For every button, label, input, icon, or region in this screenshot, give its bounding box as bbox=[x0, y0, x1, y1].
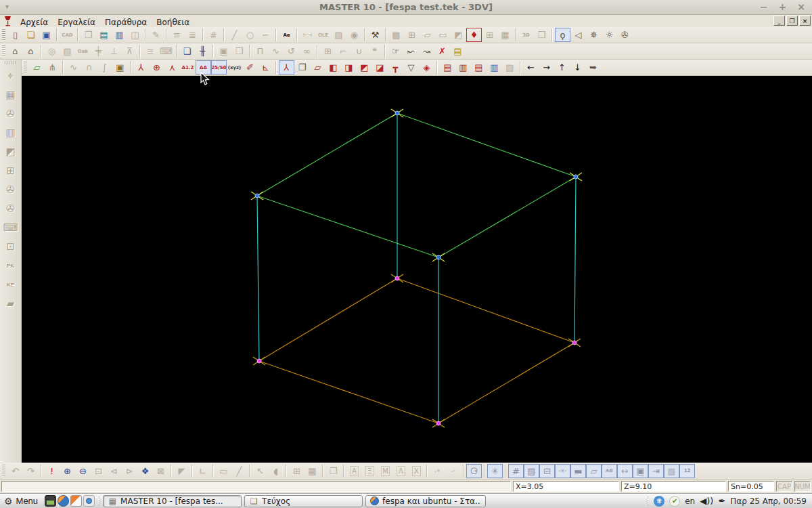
toggle-pin[interactable]: ⇥ bbox=[648, 464, 664, 478]
save-results[interactable]: ▣ bbox=[112, 60, 128, 75]
stairs-tool[interactable]: ◩ bbox=[2, 142, 20, 161]
pencil-coords[interactable]: ✐ bbox=[242, 60, 258, 75]
snap-points[interactable]: ✳ bbox=[487, 464, 503, 478]
undo[interactable]: ↶ bbox=[7, 464, 23, 478]
ramp-slab[interactable]: ◩ bbox=[451, 28, 466, 42]
update-manager-tray-icon[interactable]: ❋ bbox=[654, 496, 664, 507]
box-top-2[interactable]: ◨ bbox=[341, 60, 357, 75]
toggle-hatch-2[interactable]: ▩ bbox=[664, 464, 679, 478]
calculator[interactable]: ⌨ bbox=[158, 44, 174, 58]
list-order[interactable]: ≡ bbox=[143, 44, 158, 58]
zoom-out[interactable]: ⊖ bbox=[75, 464, 91, 478]
antenna-level[interactable]: ⋔ bbox=[45, 60, 60, 75]
print-rotate[interactable]: ❑ bbox=[179, 44, 195, 58]
box-top-1[interactable]: ◧ bbox=[325, 60, 341, 75]
project-manage[interactable]: ⌂ bbox=[23, 44, 39, 58]
menu-item-Βοήθεια[interactable]: Βοήθεια bbox=[152, 17, 194, 28]
move-right[interactable]: → bbox=[539, 60, 554, 75]
menu-item-Εργαλεία[interactable]: Εργαλεία bbox=[53, 17, 100, 28]
plane-red[interactable]: ▱ bbox=[310, 60, 325, 75]
render-view[interactable]: ❒ bbox=[231, 44, 247, 58]
menu-item-Παράθυρα[interactable]: Παράθυρα bbox=[100, 17, 152, 28]
chart-curve-1[interactable]: ∿ bbox=[66, 60, 81, 75]
editor-launcher-icon[interactable] bbox=[70, 495, 82, 507]
rebar-oak[interactable]: Oak bbox=[75, 44, 91, 58]
delta-delta[interactable]: ΔΔ bbox=[196, 60, 211, 75]
light-cone[interactable]: ◁ bbox=[570, 28, 586, 42]
frame-member-4[interactable]: ▥ bbox=[487, 60, 502, 75]
list-small[interactable]: ≡ bbox=[169, 28, 185, 42]
zoom-in[interactable]: ⊕ bbox=[60, 464, 75, 478]
open-file[interactable]: ❏ bbox=[23, 28, 39, 42]
plug-icon[interactable]: ✒ bbox=[718, 496, 725, 506]
move-down[interactable]: ↓ bbox=[570, 60, 585, 75]
taskbar-task[interactable]: ❏Τεύχος bbox=[244, 495, 363, 507]
zoom-previous[interactable]: ⊲ bbox=[106, 464, 122, 478]
print[interactable]: ▤ bbox=[96, 28, 112, 42]
document-preview[interactable]: ◎ bbox=[44, 44, 60, 58]
cube-solid[interactable]: ◈ bbox=[419, 60, 434, 75]
letter-M[interactable]: M bbox=[378, 464, 393, 478]
curve-tool[interactable]: ∿ bbox=[268, 44, 284, 58]
mouse-settings[interactable]: ⚆ bbox=[466, 464, 482, 478]
draw-line[interactable]: ╱ bbox=[227, 28, 242, 42]
column-insert[interactable]: ♦ bbox=[466, 28, 482, 42]
frame-model-tool[interactable]: ▦ bbox=[2, 85, 20, 104]
terminal-launcher-icon[interactable] bbox=[45, 495, 56, 507]
node-branch[interactable]: ⋏ bbox=[164, 60, 180, 75]
frame-member-2[interactable]: ▥ bbox=[455, 60, 471, 75]
node-circle[interactable]: ⊕ bbox=[149, 60, 164, 75]
frame-member-1[interactable]: ▤ bbox=[440, 60, 455, 75]
table-view[interactable]: ▦ bbox=[304, 464, 320, 478]
formwork-plan-tool[interactable]: ⊞ bbox=[2, 161, 20, 180]
zoom-next[interactable]: ⊳ bbox=[122, 464, 137, 478]
save-file[interactable]: ▣ bbox=[39, 28, 54, 42]
copy[interactable]: ❐ bbox=[81, 28, 96, 42]
toggle-12[interactable]: 12 bbox=[679, 464, 695, 478]
taskbar-task[interactable]: ▦MASTER 10 - [fespa tes... bbox=[103, 495, 242, 507]
menu-item-Αρχεία[interactable]: Αρχεία bbox=[16, 17, 53, 28]
light-sun[interactable]: ☼ bbox=[602, 28, 617, 42]
walk-forward[interactable]: ↝ bbox=[419, 44, 434, 58]
move-up[interactable]: ↑ bbox=[554, 60, 570, 75]
window-frame[interactable]: ⊞ bbox=[404, 28, 420, 42]
error-check[interactable]: ! bbox=[44, 464, 60, 478]
system-menu-button[interactable]: ⚙ Menu bbox=[3, 496, 42, 507]
support-fixed[interactable]: ⊥ bbox=[106, 44, 122, 58]
light-lamp[interactable]: ✵ bbox=[586, 28, 602, 42]
window-menu-arrow-icon[interactable]: ▾ bbox=[5, 3, 9, 10]
axes-rotate[interactable]: ⊾ bbox=[258, 60, 273, 75]
delta-12[interactable]: Δ1.2 bbox=[180, 60, 196, 75]
draw-circle[interactable]: ○ bbox=[242, 28, 258, 42]
drawing-canvas-3d-view[interactable] bbox=[22, 76, 812, 463]
toggle-line-x[interactable]: -×- bbox=[555, 464, 570, 478]
lamp-image[interactable]: ◉ bbox=[346, 28, 362, 42]
help-launcher-icon[interactable] bbox=[83, 495, 95, 507]
binoculars[interactable]: ∞ bbox=[299, 44, 315, 58]
maximize-button[interactable]: + bbox=[779, 1, 787, 12]
dimension-h[interactable]: ⊢⊣ bbox=[300, 28, 315, 42]
cad-export[interactable]: CAD bbox=[60, 28, 75, 42]
open-folder-arrow[interactable]: ➥ bbox=[585, 60, 601, 75]
text-style[interactable]: Aα bbox=[279, 28, 294, 42]
box-top-3[interactable]: ◩ bbox=[357, 60, 372, 75]
ole-object[interactable]: OLE bbox=[315, 28, 331, 42]
coords-xyz[interactable]: (xyz) bbox=[227, 60, 242, 75]
ke-diagram-tool[interactable]: KE bbox=[2, 275, 20, 294]
frame-elevation-tool[interactable]: ▥ bbox=[2, 123, 20, 142]
member-branch[interactable]: ⅄ bbox=[279, 60, 294, 75]
scale-25-50[interactable]: 25/50 bbox=[211, 60, 227, 75]
print-report[interactable]: ▤ bbox=[450, 44, 466, 58]
volume-icon[interactable]: ◀)) bbox=[700, 496, 713, 506]
camera-view[interactable]: ✇ bbox=[617, 28, 633, 42]
toggle-dimension[interactable]: ↔ bbox=[617, 464, 633, 478]
chart-curve-2[interactable]: ∩ bbox=[81, 60, 97, 75]
select-nodes[interactable]: ↖ bbox=[252, 464, 268, 478]
calc-report-tool[interactable]: ⊡ bbox=[2, 237, 20, 256]
pan-hand[interactable]: ☞ bbox=[388, 44, 403, 58]
toggle-plane[interactable]: ▱ bbox=[586, 464, 602, 478]
security-check-tray-icon[interactable]: ✔ bbox=[669, 496, 680, 507]
letter-A[interactable]: A bbox=[346, 464, 362, 478]
zoom-off[interactable]: ⊠ bbox=[153, 464, 168, 478]
view-3d-window[interactable]: ▣ bbox=[216, 44, 231, 58]
